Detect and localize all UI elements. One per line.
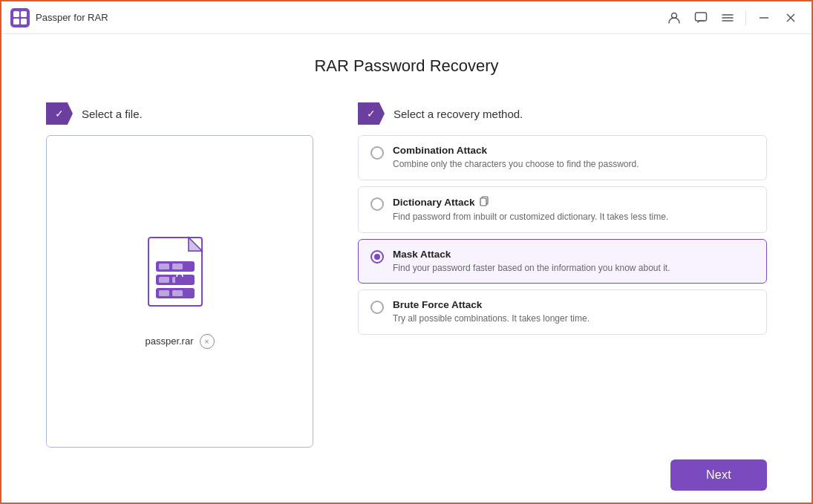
dictionary-desc: Find password from inbuilt or customized…: [393, 211, 668, 223]
bottom-row: Next: [46, 448, 767, 491]
combination-radio[interactable]: [370, 146, 384, 160]
mask-text: Mask Attack Find your password faster ba…: [393, 249, 670, 275]
brute-force-attack-option[interactable]: Brute Force Attack Try all possible comb…: [358, 289, 767, 335]
svg-rect-3: [13, 19, 19, 24]
right-section-header: ✓ Select a recovery method.: [358, 102, 767, 125]
svg-rect-25: [480, 198, 486, 206]
right-column: ✓ Select a recovery method. Combination …: [358, 102, 767, 448]
two-col-layout: ✓ Select a file.: [46, 102, 767, 448]
brute-text: Brute Force Attack Try all possible comb…: [393, 299, 590, 325]
svg-rect-0: [10, 8, 30, 27]
mask-radio-inner: [374, 254, 380, 260]
file-name-row: passper.rar ×: [145, 334, 214, 349]
minimize-button[interactable]: [752, 6, 776, 30]
next-button[interactable]: Next: [670, 459, 767, 491]
title-bar-left: Passper for RAR: [10, 8, 108, 27]
svg-rect-23: [175, 277, 183, 283]
dictionary-text: Dictionary Attack Find password from inb…: [393, 196, 668, 223]
app-icon: [10, 8, 30, 27]
left-section-header: ✓ Select a file.: [46, 102, 313, 125]
svg-rect-15: [159, 264, 169, 269]
dictionary-copy-icon: [480, 196, 490, 209]
file-remove-button[interactable]: ×: [200, 334, 215, 349]
right-badge: ✓: [358, 102, 385, 125]
left-section-label: Select a file.: [82, 108, 143, 120]
title-bar-right: [662, 6, 803, 30]
title-bar: Passper for RAR: [1, 1, 812, 34]
mask-title: Mask Attack: [393, 249, 670, 260]
chat-button[interactable]: [689, 6, 713, 30]
svg-rect-2: [21, 11, 27, 17]
svg-rect-18: [159, 277, 169, 283]
dictionary-radio[interactable]: [370, 197, 384, 211]
brute-desc: Try all possible combinations. It takes …: [393, 312, 590, 325]
combination-desc: Combine only the characters you choose t…: [393, 158, 639, 171]
brute-title: Brute Force Attack: [393, 299, 590, 310]
mask-radio[interactable]: [370, 250, 384, 264]
main-content: RAR Password Recovery ✓ Select a file.: [1, 34, 812, 504]
recovery-options: Combination Attack Combine only the char…: [358, 135, 767, 448]
file-drop-area[interactable]: passper.rar ×: [46, 135, 313, 448]
close-button[interactable]: [779, 6, 803, 30]
svg-rect-16: [172, 264, 183, 269]
combination-text: Combination Attack Combine only the char…: [393, 145, 639, 171]
combination-title: Combination Attack: [393, 145, 639, 156]
left-column: ✓ Select a file.: [46, 102, 313, 448]
combination-attack-option[interactable]: Combination Attack Combine only the char…: [358, 135, 767, 180]
svg-rect-22: [172, 290, 183, 296]
left-badge: ✓: [46, 102, 73, 125]
right-section-label: Select a recovery method.: [394, 108, 523, 120]
svg-rect-21: [159, 290, 169, 296]
title-separator: [745, 10, 746, 25]
file-name: passper.rar: [145, 336, 193, 347]
app-title: Passper for RAR: [36, 12, 108, 23]
mask-desc: Find your password faster based on the i…: [393, 262, 670, 275]
svg-rect-6: [696, 13, 707, 21]
rar-file-icon: [143, 235, 217, 324]
dictionary-attack-option[interactable]: Dictionary Attack Find password from inb…: [358, 186, 767, 233]
user-button[interactable]: [662, 6, 686, 30]
rar-file-preview: passper.rar ×: [143, 235, 217, 349]
svg-rect-1: [13, 11, 19, 17]
page-title: RAR Password Recovery: [46, 56, 767, 76]
menu-button[interactable]: [716, 6, 739, 30]
brute-radio[interactable]: [370, 301, 384, 314]
svg-rect-4: [21, 19, 27, 24]
dictionary-title: Dictionary Attack: [393, 196, 668, 209]
mask-attack-option[interactable]: Mask Attack Find your password faster ba…: [358, 239, 767, 284]
